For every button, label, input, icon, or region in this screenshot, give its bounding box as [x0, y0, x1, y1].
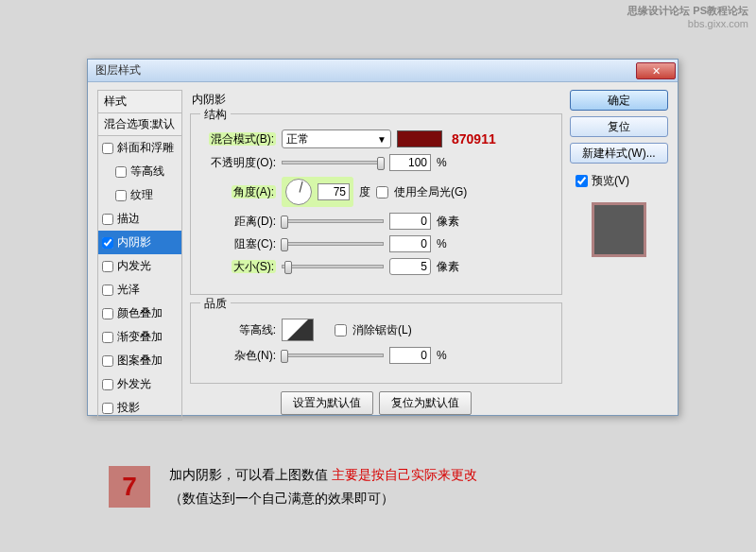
- style-item-7[interactable]: 颜色叠加: [98, 302, 181, 325]
- style-item-4[interactable]: 内阴影: [98, 231, 181, 254]
- titlebar[interactable]: 图层样式 ✕: [88, 60, 678, 82]
- style-item-label: 内发光: [117, 258, 151, 274]
- choke-label: 阻塞(C):: [202, 236, 276, 252]
- style-item-label: 渐变叠加: [117, 329, 163, 345]
- quality-group: 品质 等高线: 消除锯齿(L) 杂色(N): 0 %: [190, 302, 562, 384]
- global-light-label: 使用全局光(G): [394, 184, 467, 200]
- new-style-button[interactable]: 新建样式(W)...: [570, 143, 668, 164]
- style-item-label: 图案叠加: [117, 353, 163, 369]
- step-number: 7: [109, 466, 150, 508]
- style-checkbox[interactable]: [102, 332, 113, 343]
- antialias-checkbox[interactable]: [335, 324, 347, 336]
- distance-input[interactable]: 0: [389, 213, 431, 230]
- style-item-label: 光泽: [117, 282, 140, 298]
- angle-dial[interactable]: [285, 179, 312, 205]
- size-slider[interactable]: [282, 265, 384, 268]
- tutorial-caption: 7 加内阴影，可以看上图数值 主要是按自己实际来更改 （数值达到一个自己满意的效…: [109, 463, 477, 510]
- size-unit: 像素: [437, 259, 459, 275]
- style-checkbox[interactable]: [102, 143, 113, 154]
- angle-label: 角度(A):: [202, 184, 276, 200]
- opacity-unit: %: [437, 156, 447, 169]
- style-checkbox[interactable]: [115, 190, 127, 201]
- style-item-10[interactable]: 外发光: [98, 372, 181, 396]
- angle-unit: 度: [359, 184, 370, 200]
- style-item-label: 纹理: [130, 187, 153, 203]
- contour-label: 等高线:: [202, 322, 276, 338]
- ok-button[interactable]: 确定: [570, 90, 668, 111]
- angle-input[interactable]: 75: [318, 183, 350, 200]
- distance-label: 距离(D):: [202, 214, 276, 230]
- watermark-line1: 思缘设计论坛 PS教程论坛: [627, 4, 748, 18]
- style-checkbox[interactable]: [102, 261, 113, 272]
- structure-group: 结构 混合模式(B): 正常 ▼ 870911 不透明度(O): 100 %: [190, 113, 562, 295]
- color-swatch[interactable]: [397, 130, 442, 147]
- size-input[interactable]: 5: [389, 258, 431, 275]
- blend-mode-select[interactable]: 正常 ▼: [282, 129, 391, 148]
- structure-legend: 结构: [200, 107, 231, 123]
- style-checkbox[interactable]: [102, 285, 113, 296]
- antialias-label: 消除锯齿(L): [352, 322, 412, 338]
- style-item-11[interactable]: 投影: [98, 396, 181, 420]
- choke-unit: %: [437, 237, 447, 250]
- style-item-label: 投影: [117, 400, 140, 416]
- noise-input[interactable]: 0: [389, 347, 431, 364]
- style-item-6[interactable]: 光泽: [98, 278, 181, 302]
- noise-slider[interactable]: [282, 354, 384, 357]
- styles-list: 样式 混合选项:默认 斜面和浮雕等高线纹理描边内阴影内发光光泽颜色叠加渐变叠加图…: [97, 90, 182, 407]
- style-checkbox[interactable]: [102, 403, 113, 414]
- dropdown-arrow-icon: ▼: [377, 134, 387, 145]
- style-item-label: 外发光: [117, 376, 151, 392]
- blend-options-default[interactable]: 混合选项:默认: [97, 113, 182, 136]
- style-checkbox[interactable]: [115, 166, 127, 178]
- settings-panel: 内阴影 结构 混合模式(B): 正常 ▼ 870911 不透明度(O): 100: [190, 90, 562, 407]
- style-item-0[interactable]: 斜面和浮雕: [98, 136, 181, 160]
- style-item-label: 描边: [117, 211, 140, 227]
- right-panel: 确定 复位 新建样式(W)... 预览(V): [570, 90, 668, 407]
- choke-input[interactable]: 0: [389, 235, 431, 252]
- style-checkbox[interactable]: [102, 308, 113, 319]
- noise-unit: %: [437, 349, 447, 362]
- restore-default-button[interactable]: 复位为默认值: [379, 391, 472, 415]
- close-button[interactable]: ✕: [636, 62, 676, 79]
- style-item-label: 等高线: [130, 164, 164, 180]
- size-label: 大小(S):: [202, 259, 276, 275]
- styles-header[interactable]: 样式: [97, 90, 182, 113]
- opacity-input[interactable]: 100: [389, 154, 431, 171]
- caption-line1b: 主要是按自己实际来更改: [332, 467, 477, 482]
- style-item-1[interactable]: 等高线: [98, 160, 181, 183]
- style-item-2[interactable]: 纹理: [98, 183, 181, 207]
- contour-picker[interactable]: [282, 319, 314, 341]
- distance-unit: 像素: [437, 214, 459, 230]
- watermark-line2: bbs.gixx.com: [627, 18, 748, 29]
- style-checkbox[interactable]: [102, 355, 113, 367]
- set-default-button[interactable]: 设置为默认值: [281, 391, 373, 415]
- opacity-label: 不透明度(O):: [202, 155, 276, 171]
- style-item-label: 斜面和浮雕: [117, 140, 174, 156]
- dialog-title: 图层样式: [95, 62, 141, 78]
- style-item-label: 内阴影: [117, 234, 151, 250]
- caption-line2: （数值达到一个自己满意的效果即可）: [169, 487, 477, 510]
- style-checkbox[interactable]: [102, 237, 113, 249]
- preview-checkbox[interactable]: [576, 175, 588, 187]
- style-item-5[interactable]: 内发光: [98, 254, 181, 278]
- preview-label: 预览(V): [592, 173, 629, 189]
- opacity-slider[interactable]: [282, 161, 384, 164]
- distance-slider[interactable]: [282, 219, 384, 223]
- preview-swatch: [592, 202, 646, 257]
- style-item-3[interactable]: 描边: [98, 207, 181, 231]
- style-item-8[interactable]: 渐变叠加: [98, 325, 181, 349]
- global-light-checkbox[interactable]: [376, 186, 388, 198]
- blend-mode-value: 正常: [286, 131, 309, 147]
- blend-mode-label: 混合模式(B):: [202, 131, 276, 147]
- caption-line1a: 加内阴影，可以看上图数值: [169, 467, 332, 482]
- choke-slider[interactable]: [282, 242, 384, 246]
- layer-style-dialog: 图层样式 ✕ 样式 混合选项:默认 斜面和浮雕等高线纹理描边内阴影内发光光泽颜色…: [87, 59, 679, 416]
- style-item-label: 颜色叠加: [117, 305, 163, 321]
- quality-legend: 品质: [200, 296, 231, 312]
- watermark: 思缘设计论坛 PS教程论坛 bbs.gixx.com: [627, 4, 748, 29]
- style-item-9[interactable]: 图案叠加: [98, 349, 181, 372]
- annotation-number: 870911: [452, 131, 496, 147]
- style-checkbox[interactable]: [102, 214, 113, 225]
- style-checkbox[interactable]: [102, 379, 113, 390]
- reset-button[interactable]: 复位: [570, 116, 668, 137]
